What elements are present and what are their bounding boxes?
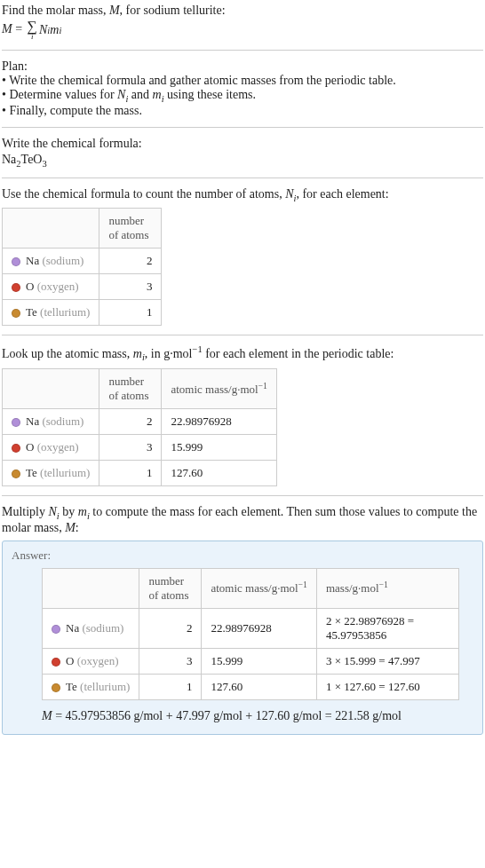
multiply-text: Multiply Ni by mi to compute the mass fo…: [2, 505, 483, 535]
text: atomic mass/g·mol: [171, 383, 258, 396]
atomic-mass: 22.98976928: [202, 608, 317, 648]
element-name: (tellurium): [40, 305, 90, 319]
header-amass: atomic mass/g·mol−1: [202, 568, 317, 608]
text: , for each element:: [296, 187, 388, 201]
element-symbol: Na: [26, 414, 39, 428]
text: for each element in the periodic table:: [203, 347, 394, 360]
element-name: (sodium): [82, 621, 123, 635]
var-m: m: [133, 347, 142, 360]
element-symbol: Na: [26, 254, 39, 267]
var-N: N: [285, 187, 293, 201]
atom-count: 1: [139, 674, 202, 699]
unit-sup: −1: [258, 381, 267, 391]
text: , for sodium tellurite:: [120, 4, 226, 17]
text: and: [128, 88, 152, 101]
element-cell: Na (sodium): [3, 408, 99, 434]
element-symbol: O: [26, 440, 34, 454]
table-row: Na (sodium) 2: [3, 249, 162, 274]
unit-sup: −1: [192, 344, 202, 354]
term-m-sub: i: [59, 26, 61, 36]
mass-calc: 3 × 15.999 = 47.997: [316, 648, 458, 674]
text: mass/g·mol: [326, 582, 379, 596]
unit-sup: −1: [298, 580, 307, 589]
text: :: [76, 521, 79, 534]
header-amass: atomic mass/g·mol−1: [162, 368, 277, 408]
element-color-icon: [12, 257, 20, 266]
table-row: Te (tellurium) 1: [3, 300, 162, 326]
chem-sub-3: 3: [42, 159, 46, 169]
answer-label: Answer:: [12, 548, 473, 563]
atomic-mass: 22.98976928: [162, 408, 277, 434]
element-name: (oxygen): [77, 654, 119, 667]
mass-calc: 1 × 127.60 = 127.60: [316, 674, 458, 699]
table-header-row: number of atoms: [3, 209, 162, 249]
element-color-icon: [52, 625, 60, 634]
table-header-row: number of atoms atomic mass/g·mol−1 mass…: [43, 568, 459, 608]
lookup-text: Look up the atomic mass, mi, in g·mol−1 …: [2, 344, 483, 362]
lookup-section: Look up the atomic mass, mi, in g·mol−1 …: [2, 344, 483, 485]
plan-bullet-2: • Determine values for Ni and mi using t…: [2, 88, 483, 104]
atomic-mass: 127.60: [162, 460, 277, 485]
divider: [2, 335, 483, 335]
atom-count: 3: [99, 274, 162, 300]
table-row: O (oxygen) 3 15.999 3 × 15.999 = 47.997: [43, 648, 459, 674]
header-natoms: number of atoms: [99, 368, 162, 408]
header-mass: mass/g·mol−1: [316, 568, 458, 608]
sigma-index: i: [31, 33, 34, 41]
header-empty: [43, 568, 139, 608]
formula-section: Write the chemical formula: Na2TeO3: [2, 137, 483, 169]
var-M: M: [42, 709, 52, 722]
text: atomic mass/g·mol: [211, 582, 298, 596]
text: • Determine values for: [2, 88, 117, 101]
final-equation: M = 45.97953856 g/mol + 47.997 g/mol + 1…: [42, 709, 473, 723]
atom-count-table: number of atoms Na (sodium) 2 O (oxygen)…: [2, 208, 162, 326]
element-symbol: Te: [66, 680, 77, 693]
plan-title: Plan:: [2, 59, 483, 74]
table-row: Te (tellurium) 1 127.60 1 × 127.60 = 127…: [43, 674, 459, 699]
final-mass-table: number of atoms atomic mass/g·mol−1 mass…: [42, 568, 459, 700]
eq-eq: =: [12, 22, 26, 36]
element-name: (tellurium): [80, 680, 130, 693]
element-symbol: Te: [26, 305, 37, 319]
count-section: Use the chemical formula to count the nu…: [2, 187, 483, 327]
table-header-row: number of atoms atomic mass/g·mol−1: [3, 368, 277, 408]
plan-bullet-1: • Write the chemical formula and gather …: [2, 74, 483, 88]
element-name: (oxygen): [37, 280, 79, 293]
text: Find the molar mass,: [2, 4, 109, 17]
element-cell: Te (tellurium): [3, 300, 99, 326]
element-color-icon: [52, 683, 60, 692]
atomic-mass: 15.999: [162, 434, 277, 460]
plan-bullet-3: • Finally, compute the mass.: [2, 104, 483, 118]
var-N: N: [49, 505, 57, 518]
atomic-mass: 127.60: [202, 674, 317, 699]
element-name: (tellurium): [40, 466, 90, 479]
divider: [2, 178, 483, 178]
text: by: [60, 505, 78, 518]
element-cell: Na (sodium): [3, 249, 99, 274]
element-name: (oxygen): [37, 440, 79, 454]
molar-mass-equation: M = ∑ i Nimi: [2, 20, 483, 41]
unit-sup: −1: [379, 580, 388, 589]
divider: [2, 495, 483, 496]
text: Look up the atomic mass,: [2, 347, 133, 360]
mass-calc: 2 × 22.98976928 = 45.97953856: [316, 608, 458, 648]
sigma-icon: ∑ i: [28, 20, 37, 41]
chem-teo: TeO: [21, 153, 43, 166]
element-name: (sodium): [42, 414, 83, 428]
atom-count: 2: [99, 249, 162, 274]
eq-text: = 45.97953856 g/mol + 47.997 g/mol + 127…: [52, 709, 402, 722]
table-row: O (oxygen) 3: [3, 274, 162, 300]
element-cell: O (oxygen): [3, 274, 99, 300]
element-name: (sodium): [42, 254, 83, 267]
count-text: Use the chemical formula to count the nu…: [2, 187, 483, 203]
var-m: m: [78, 505, 87, 518]
atom-count: 3: [99, 434, 162, 460]
text: , in g·mol: [145, 347, 193, 360]
header-empty: [3, 368, 99, 408]
divider: [2, 127, 483, 128]
atom-count: 2: [139, 608, 202, 648]
element-color-icon: [12, 444, 20, 453]
atomic-mass-table: number of atoms atomic mass/g·mol−1 Na (…: [2, 368, 277, 486]
element-color-icon: [12, 309, 20, 318]
element-symbol: Na: [66, 621, 79, 635]
